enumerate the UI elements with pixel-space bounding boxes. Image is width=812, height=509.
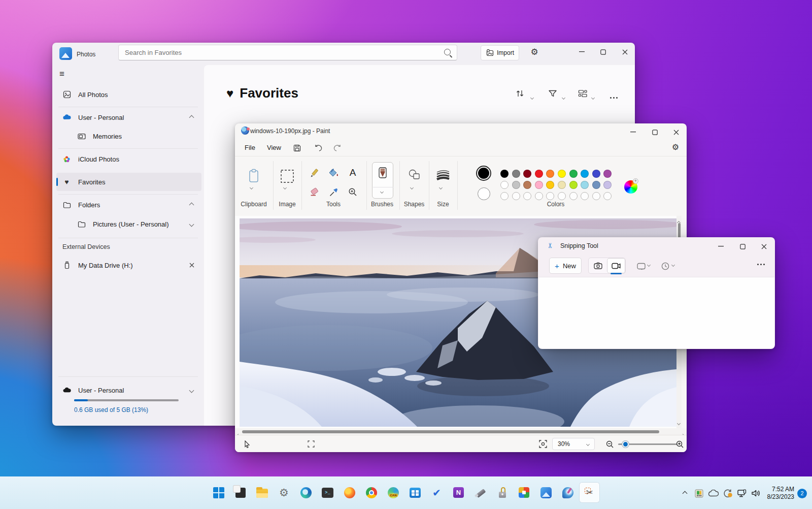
magnifier-tool[interactable] [347,185,359,199]
photos-close-button[interactable] [615,45,635,59]
search-icon[interactable] [444,49,451,55]
taskbar-explorer-icon[interactable] [252,482,273,503]
snip-shape-button[interactable] [635,262,647,271]
tray-app-icon[interactable] [692,489,706,498]
taskbar-clock[interactable]: 7:52 AM 8/23/2023 [767,486,794,501]
paint-settings-button[interactable]: ⚙ [665,140,686,154]
layout-chevron-icon[interactable] [592,92,594,101]
taskbar-photos-icon[interactable] [535,482,556,503]
zoom-out-button[interactable] [604,439,615,449]
import-button[interactable]: Import [481,45,519,60]
palette-swatch-empty[interactable] [603,192,612,200]
notification-badge[interactable]: 2 [797,489,807,498]
screenshot-mode-button[interactable] [589,258,607,273]
sidebar-item-memories[interactable]: Memories [56,127,201,145]
horizontal-scroll-thumb[interactable] [242,430,659,433]
palette-swatch[interactable] [558,170,566,178]
palette-swatch[interactable] [500,181,509,189]
chevron-down-icon[interactable] [189,388,194,393]
palette-swatch[interactable] [558,181,566,189]
palette-swatch[interactable] [592,170,600,178]
palette-swatch-empty[interactable] [546,192,554,200]
redo-button[interactable] [330,142,344,154]
palette-swatch-empty[interactable] [592,192,600,200]
new-snip-button[interactable]: + New [549,258,582,274]
background-color-well[interactable] [478,187,490,200]
brush-picker-button[interactable] [372,162,393,199]
save-button[interactable] [290,142,304,154]
foreground-color-well[interactable] [476,166,491,181]
taskbar-onenote-icon[interactable]: N [448,482,469,503]
filter-chevron-icon[interactable] [562,92,565,101]
palette-swatch-empty[interactable] [569,192,578,200]
taskbar-edge-icon[interactable] [295,482,316,503]
sidebar-item-favorites[interactable]: ♥ Favorites [56,173,201,191]
sort-button[interactable] [516,89,525,100]
hamburger-menu-button[interactable]: ≡ [59,69,64,79]
menu-file[interactable]: File [239,140,261,155]
menu-view[interactable]: View [261,140,287,155]
zoom-level-dropdown[interactable]: 30% [552,438,595,450]
more-options-button[interactable] [609,93,619,102]
tray-chevron-up-icon[interactable] [678,492,692,495]
text-tool[interactable]: A [347,166,359,179]
palette-swatch[interactable] [581,170,589,178]
chevron-up-icon[interactable] [189,115,194,120]
search-input[interactable] [118,45,457,60]
snip-delay-button[interactable] [660,262,671,271]
snip-more-options-button[interactable] [756,264,766,265]
edit-colors-wheel-button[interactable]: + [624,180,637,194]
taskbar-paint-icon[interactable] [557,482,578,503]
palette-swatch[interactable] [569,170,578,178]
palette-swatch[interactable] [512,181,520,189]
chevron-down-icon[interactable] [189,221,194,227]
palette-swatch[interactable] [546,170,554,178]
paste-chevron-icon[interactable] [250,186,253,189]
network-tray-icon[interactable] [735,489,749,498]
eyedropper-tool[interactable] [327,185,340,199]
photos-minimize-button[interactable] [571,45,592,59]
size-button[interactable] [435,167,451,182]
taskbar-powertoys-icon[interactable] [514,482,534,503]
undo-button[interactable] [311,142,325,154]
storage-account-row[interactable]: User - Personal [56,381,201,399]
snip-delay-chevron-icon[interactable] [672,264,674,266]
paste-button[interactable] [246,167,262,184]
filter-button[interactable] [548,89,557,100]
taskbar-terminal-icon[interactable]: >_ [317,482,338,503]
sidebar-item-folders[interactable]: Folders [56,196,201,214]
snip-maximize-button[interactable] [732,239,753,253]
taskbar-snip-icon[interactable]: ✂ [579,482,600,503]
pencil-tool[interactable] [308,167,321,180]
shapes-button[interactable] [406,167,422,182]
palette-swatch[interactable] [523,170,531,178]
palette-swatch[interactable] [569,181,578,189]
sync-tray-icon[interactable] [721,489,735,498]
sidebar-item-data-drive[interactable]: My Data Drive (H:) [56,256,201,274]
select-button[interactable] [279,168,295,184]
palette-swatch[interactable] [603,170,612,178]
palette-swatch-empty[interactable] [500,192,509,200]
taskbar-taskview-icon[interactable] [230,482,251,503]
horizontal-scrollbar[interactable] [235,428,687,435]
sidebar-item-all-photos[interactable]: All Photos [56,85,201,104]
palette-swatch[interactable] [500,170,509,178]
layout-button[interactable] [578,89,588,100]
sidebar-item-user-personal[interactable]: User - Personal [56,108,201,126]
snip-shape-chevron-icon[interactable] [648,264,650,266]
zoom-slider-thumb[interactable] [622,441,629,448]
photos-settings-button[interactable]: ⚙ [524,45,545,59]
palette-swatch-empty[interactable] [581,192,589,200]
palette-swatch-empty[interactable] [535,192,543,200]
taskbar-usb-icon[interactable] [470,482,491,503]
palette-swatch-empty[interactable] [558,192,566,200]
chevron-up-icon[interactable] [189,202,194,207]
snip-minimize-button[interactable] [710,239,731,253]
palette-swatch[interactable] [535,170,543,178]
taskbar-canary-icon[interactable]: CAN [383,482,403,503]
palette-swatch-empty[interactable] [512,192,520,200]
eject-drive-close-icon[interactable] [189,263,194,268]
select-chevron-icon[interactable] [284,186,286,189]
sidebar-item-icloud-photos[interactable]: iCloud Photos [56,150,201,168]
taskbar-settings-icon[interactable]: ⚙ [274,482,294,503]
